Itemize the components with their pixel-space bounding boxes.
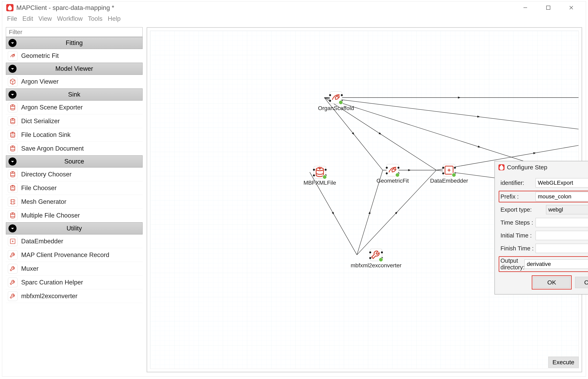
prefix-label: Prefix :: [500, 193, 536, 200]
palette-item-label: Geometric Fit: [21, 52, 59, 60]
node-organscaffold[interactable]: OrganScaffold: [318, 91, 354, 111]
timesteps-input[interactable]: [536, 218, 588, 227]
category-header-utility[interactable]: Utility: [6, 222, 143, 235]
db-icon: [8, 116, 17, 126]
window-title: MAPClient - sparc-data-mapping *: [16, 4, 521, 12]
palette-item-dict-serializer[interactable]: Dict Serializer: [6, 114, 143, 128]
svg-point-4: [14, 54, 15, 55]
palette-item-label: Argon Viewer: [21, 78, 59, 85]
minimize-button[interactable]: [521, 3, 530, 12]
svg-rect-1: [546, 6, 550, 9]
node-dataembedder[interactable]: DataEmbedder: [430, 164, 468, 184]
palette-item-label: Argon Scene Exporter: [21, 104, 83, 111]
configure-step-dialog: Configure Step ? identifier:: [494, 161, 588, 295]
palette-item-muxer[interactable]: Muxer: [6, 262, 143, 276]
status-dot: [379, 257, 383, 262]
palette-item-label: Muxer: [21, 265, 38, 272]
node-label: MBFXMLFile: [303, 180, 336, 186]
menu-workflow[interactable]: Workflow: [55, 15, 85, 23]
palette-item-label: Dict Serializer: [21, 118, 60, 125]
palette-item-mbfxml2exconverter[interactable]: mbfxml2exconverter: [6, 289, 143, 303]
status-dot: [452, 173, 456, 177]
db-icon: [8, 170, 17, 179]
wrench-icon: [8, 250, 17, 260]
category-header-source[interactable]: Source: [6, 156, 143, 168]
menu-view[interactable]: View: [36, 15, 54, 23]
palette-item-label: Directory Chooser: [21, 171, 72, 178]
category-header-model-viewer[interactable]: Model Viewer: [6, 63, 143, 75]
category-header-sink[interactable]: Sink: [6, 89, 143, 101]
palette-item-mesh-generator[interactable]: Mesh Generator: [6, 195, 143, 209]
db-icon: [8, 130, 17, 140]
identifier-input[interactable]: [536, 178, 588, 188]
output-dir-label: Output directory:: [500, 257, 524, 271]
palette-item-label: File Chooser: [21, 185, 57, 192]
palette-item-dataembedder[interactable]: DataEmbedder: [6, 235, 143, 248]
chevron-down-icon: [8, 224, 16, 232]
status-dot: [339, 100, 343, 105]
node-geometricfit[interactable]: GeometricFit: [377, 164, 409, 184]
fit-icon: [8, 51, 17, 61]
chevron-down-icon: [8, 91, 16, 99]
output-dir-input[interactable]: [524, 259, 588, 269]
dialog-title: Configure Step: [507, 164, 547, 171]
db-icon: [8, 211, 17, 220]
close-button[interactable]: [567, 3, 576, 12]
palette-item-argon-scene-exporter[interactable]: Argon Scene Exporter: [6, 101, 143, 114]
export-type-value: webgl: [548, 206, 563, 213]
db-icon: [8, 144, 17, 153]
palette-item-argon-viewer[interactable]: Argon Viewer: [6, 75, 143, 89]
execute-button[interactable]: Execute: [548, 357, 578, 368]
palette-item-label: MAP Client Provenance Record: [21, 251, 109, 259]
palette-item-label: Save Argon Document: [21, 145, 84, 152]
wrench-icon: [8, 264, 17, 274]
chevron-down-icon: [8, 39, 16, 47]
status-dot: [322, 175, 327, 179]
palette-item-geometric-fit[interactable]: Geometric Fit: [6, 49, 143, 63]
palette-item-label: File Location Sink: [21, 131, 71, 139]
dialog-app-icon: [498, 164, 505, 170]
menu-help[interactable]: Help: [106, 15, 123, 23]
identifier-label: identifier:: [500, 180, 536, 186]
node-mbfxmlfile[interactable]: MBFXMLFile: [303, 166, 336, 186]
palette-item-label: Sparc Curation Helper: [21, 279, 83, 286]
wrench-icon: [8, 278, 17, 287]
wrench-icon: [8, 291, 17, 301]
maximize-button[interactable]: [544, 3, 553, 12]
menu-edit[interactable]: Edit: [20, 15, 35, 23]
export-type-select[interactable]: webgl: [546, 205, 588, 214]
db-icon: [8, 103, 17, 112]
embed-icon: [8, 237, 17, 246]
category-header-fitting[interactable]: Fitting: [6, 37, 143, 49]
menu-file[interactable]: File: [5, 15, 19, 23]
cube-icon: [8, 77, 17, 86]
filter-input[interactable]: Filter: [6, 27, 143, 37]
palette-item-directory-chooser[interactable]: Directory Chooser: [6, 168, 143, 181]
prefix-input[interactable]: [536, 192, 588, 201]
palette-item-file-chooser[interactable]: File Chooser: [6, 181, 143, 195]
palette-item-file-location-sink[interactable]: File Location Sink: [6, 128, 143, 142]
canvas-frame: OrganScaffoldScaffoldAnnotationsMBFXMLFi…: [147, 27, 582, 372]
titlebar: MAPClient - sparc-data-mapping *: [2, 1, 586, 14]
node-label: OrganScaffold: [318, 105, 354, 111]
node-label: GeometricFit: [377, 178, 409, 184]
node-mbfxml2exconverter[interactable]: mbfxml2exconverter: [351, 249, 401, 269]
initial-time-label: Initial Time :: [500, 232, 536, 239]
menu-tools[interactable]: Tools: [86, 15, 104, 23]
ok-button[interactable]: OK: [533, 277, 570, 288]
palette-panel: Filter FittingGeometric FitModel ViewerA…: [6, 27, 143, 372]
palette-item-label: Mesh Generator: [21, 198, 66, 205]
cancel-button[interactable]: Cancel: [575, 277, 588, 288]
palette-item-sparc-curation-helper[interactable]: Sparc Curation Helper: [6, 276, 143, 289]
status-dot: [395, 173, 400, 177]
chevron-down-icon: [8, 158, 16, 166]
node-label: mbfxml2exconverter: [351, 262, 401, 269]
export-type-label: Export type:: [500, 206, 546, 213]
palette-item-map-client-provenance-record[interactable]: MAP Client Provenance Record: [6, 248, 143, 262]
palette-item-save-argon-document[interactable]: Save Argon Document: [6, 142, 143, 156]
db-icon: [8, 183, 17, 193]
initial-time-input[interactable]: [536, 231, 588, 240]
palette-item-label: Multiple File Chooser: [21, 212, 80, 219]
palette-item-multiple-file-chooser[interactable]: Multiple File Chooser: [6, 209, 143, 222]
finish-time-input[interactable]: [536, 244, 588, 253]
